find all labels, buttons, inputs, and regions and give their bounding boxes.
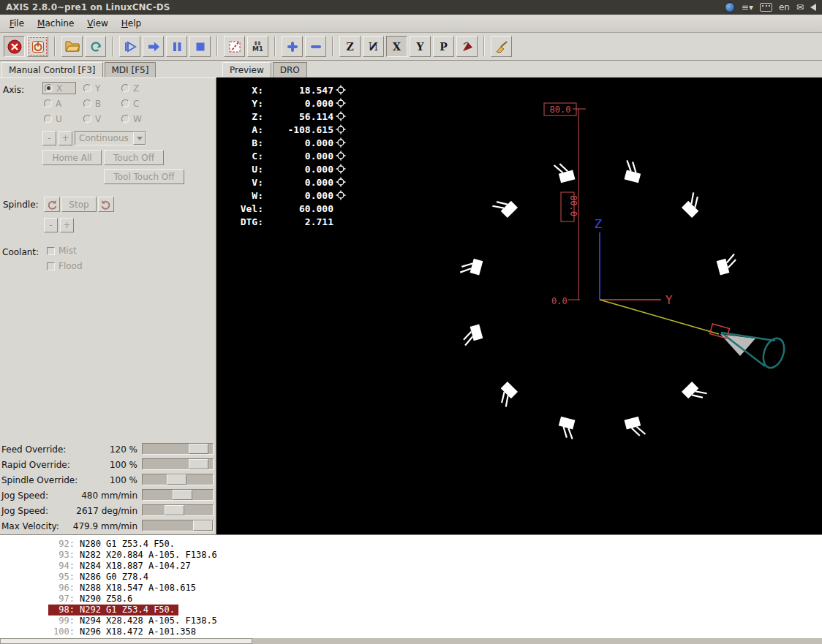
spindle-stop-button[interactable]: Stop <box>61 197 97 212</box>
preview-canvas[interactable]: 80.0 80.0 0.0 Z Y <box>216 77 822 534</box>
gcode-line-active[interactable]: 98:N292 G1 Z53.4 F50. <box>48 605 178 615</box>
view-p-button[interactable]: P <box>433 36 454 57</box>
view-x-button[interactable]: X <box>386 36 407 57</box>
view-z-button[interactable]: Z <box>339 36 361 57</box>
slider-thumb[interactable] <box>189 444 208 454</box>
gcode-line-number: 94: <box>48 561 75 572</box>
axis-radio-y[interactable]: Y <box>82 82 116 94</box>
tab-preview[interactable]: Preview <box>222 62 271 77</box>
axis-radio-label: W <box>133 114 142 124</box>
menu-help[interactable]: Help <box>115 15 148 31</box>
scrollbar-thumb[interactable] <box>0 638 252 644</box>
axis-radio-label: U <box>56 114 62 124</box>
slider-thumb[interactable] <box>165 505 184 515</box>
dro-row: A:-108.615 <box>230 123 347 136</box>
jog-speed-deg-slider[interactable] <box>142 504 214 516</box>
axis-radio-w[interactable]: W <box>120 113 154 125</box>
mail-icon[interactable]: ✉ <box>796 2 804 12</box>
combobox-arrow-button[interactable] <box>133 132 146 145</box>
max-velocity-slider[interactable] <box>142 520 214 531</box>
tab-manual-control[interactable]: Manual Control [F3] <box>1 62 103 77</box>
dro-vel-value: 60.000 <box>263 203 333 214</box>
volume-icon[interactable] <box>810 4 816 11</box>
indicator-menu-icon[interactable]: ≡▾ <box>742 2 753 12</box>
menu-file[interactable]: File <box>3 15 31 31</box>
gcode-line[interactable]: 100:N296 X18.472 A-101.358 <box>48 626 200 637</box>
view-y-button[interactable]: Y <box>410 36 431 57</box>
gcode-line[interactable]: 97:N290 Z58.6 <box>48 594 136 605</box>
slider-thumb[interactable] <box>173 490 192 500</box>
rapid-override-slider[interactable] <box>142 458 214 470</box>
estop-icon <box>7 39 22 54</box>
tool-touch-off-button[interactable]: Tool Touch Off <box>104 169 184 184</box>
homed-icon <box>336 111 347 121</box>
gcode-line[interactable]: 95:N286 G0 Z78.4 <box>48 572 152 583</box>
zoom-out-button[interactable] <box>305 36 326 57</box>
gcode-line-number: 93: <box>48 550 75 561</box>
gcode-listing[interactable]: 92:N280 G1 Z53.4 F50. 93:N282 X20.884 A-… <box>0 534 822 638</box>
slider-thumb[interactable] <box>189 459 208 469</box>
view-z-rotated-button[interactable]: N <box>363 36 384 57</box>
run-icon <box>124 40 137 53</box>
flood-checkbox[interactable]: Flood <box>47 261 83 271</box>
spindle-minus-button[interactable]: - <box>44 218 58 232</box>
menu-view[interactable]: View <box>80 15 114 31</box>
tab-mdi[interactable]: MDI [F5] <box>105 62 157 77</box>
jog-plus-button[interactable]: + <box>59 131 72 145</box>
run-button[interactable] <box>119 36 140 57</box>
reload-button[interactable] <box>85 36 106 57</box>
zoom-in-button[interactable] <box>282 36 303 57</box>
estop-button[interactable] <box>4 36 25 57</box>
feed-override-slider[interactable] <box>142 443 214 455</box>
axis-radio-label: A <box>56 99 61 109</box>
step-button[interactable] <box>143 36 164 57</box>
optional-pause-toggle[interactable]: ▮▮ M1 <box>247 36 268 57</box>
menu-machine[interactable]: Machine <box>31 15 80 31</box>
globe-icon[interactable] <box>725 2 735 12</box>
home-all-button[interactable]: Home All <box>42 150 102 165</box>
jog-minus-button[interactable]: - <box>42 131 56 145</box>
axis-radio-v[interactable]: V <box>82 113 116 125</box>
flood-label: Flood <box>59 261 83 271</box>
homed-icon <box>336 190 347 200</box>
spindle-override-slider[interactable] <box>142 474 214 485</box>
gcode-line[interactable]: 93:N282 X20.884 A-105. F138.6 <box>48 550 221 561</box>
stop-button[interactable] <box>189 36 211 57</box>
gcode-line[interactable]: 94:N284 X18.887 A-104.27 <box>48 561 195 572</box>
dro-row: U:0.000 <box>230 162 347 175</box>
pause-button[interactable] <box>166 36 187 57</box>
toolbar: ▮▮ M1 Z N X Y P <box>0 33 822 61</box>
gcode-line-number: 99: <box>48 615 75 626</box>
axis-radio-c[interactable]: C <box>120 97 154 110</box>
keyboard-icon[interactable] <box>760 3 772 12</box>
clear-plot-button[interactable] <box>491 36 512 57</box>
keyboard-layout-label[interactable]: en <box>779 2 790 12</box>
dro-row: Y:0.000 <box>230 96 347 110</box>
gcode-line[interactable]: 92:N280 G1 Z53.4 F50. <box>48 539 178 550</box>
spindle-plus-button[interactable]: + <box>60 218 74 232</box>
spindle-forward-button[interactable] <box>98 197 114 212</box>
jog-speed-slider[interactable] <box>142 489 214 501</box>
axis-radio-u[interactable]: U <box>42 113 76 125</box>
touch-off-button[interactable]: Touch Off <box>104 150 164 165</box>
gcode-line-text: N292 G1 Z53.4 F50. <box>80 605 175 615</box>
axis-radio-b[interactable]: B <box>82 97 116 110</box>
dro-axis-value: 0.000 <box>263 164 333 175</box>
spindle-reverse-button[interactable] <box>44 197 60 212</box>
axis-radio-x[interactable]: X <box>42 82 76 94</box>
plus-icon <box>286 40 299 53</box>
tab-dro[interactable]: DRO <box>273 62 307 77</box>
horizontal-scrollbar[interactable] <box>0 638 822 644</box>
open-button[interactable] <box>61 36 83 57</box>
mist-checkbox[interactable]: Mist <box>47 246 77 256</box>
axis-radio-a[interactable]: A <box>42 97 76 110</box>
rotate-view-button[interactable] <box>456 36 478 57</box>
jog-increment-combobox[interactable]: Continuous <box>75 131 146 145</box>
power-button[interactable] <box>27 36 48 57</box>
skip-lines-toggle[interactable] <box>224 36 245 57</box>
gcode-line[interactable]: 99:N294 X28.428 A-105. F138.5 <box>48 615 221 626</box>
slider-thumb[interactable] <box>193 520 213 531</box>
gcode-line[interactable]: 96:N288 X18.547 A-108.615 <box>48 583 200 594</box>
slider-thumb[interactable] <box>167 474 186 485</box>
axis-radio-z[interactable]: Z <box>120 82 154 94</box>
